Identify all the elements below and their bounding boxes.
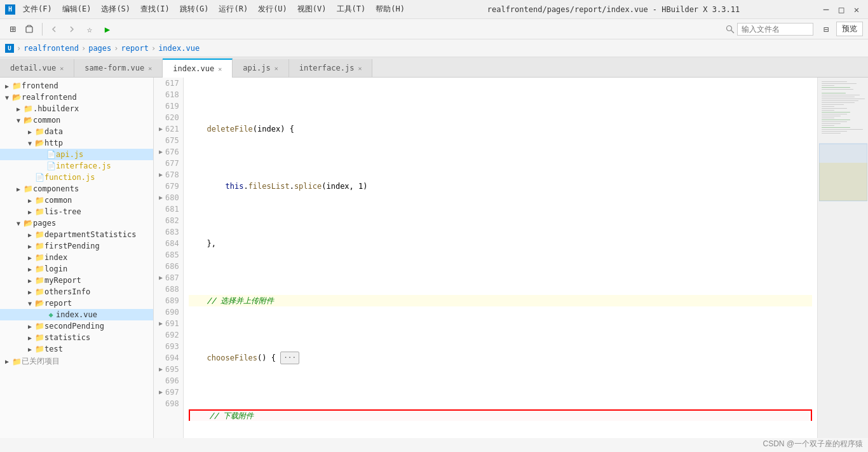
svg-rect-25 bbox=[822, 123, 841, 124]
line-num-694: 694 bbox=[156, 352, 179, 364]
menu-help[interactable]: 帮助(H) bbox=[373, 4, 407, 15]
tree-item-components[interactable]: ▶ 📁 components bbox=[0, 183, 153, 195]
menu-find[interactable]: 查找(I) bbox=[138, 4, 172, 15]
tree-item-login[interactable]: ▶ 📁 login bbox=[0, 263, 153, 275]
tree-item-statistics[interactable]: ▶ 📁 statistics bbox=[0, 332, 153, 343]
tree-label: common bbox=[44, 196, 72, 205]
tree-item-second-pending[interactable]: ▶ 📁 secondPending bbox=[0, 320, 153, 332]
tree-item-closed-projects[interactable]: ▶ 📁 已关闭项目 bbox=[0, 355, 153, 368]
bookmark-button[interactable]: ☆ bbox=[82, 22, 97, 37]
svg-rect-5 bbox=[822, 83, 857, 84]
tree-item-test[interactable]: ▶ 📁 test bbox=[0, 343, 153, 355]
tree-item-index[interactable]: ▶ 📁 index bbox=[0, 252, 153, 263]
open-file-button[interactable] bbox=[23, 22, 38, 37]
tree-item-data[interactable]: ▶ 📁 data bbox=[0, 126, 153, 137]
run-button[interactable]: ▶ bbox=[100, 22, 115, 37]
tree-item-interface-js[interactable]: 📄 interface.js bbox=[0, 160, 153, 172]
menu-publish[interactable]: 发行(U) bbox=[255, 4, 290, 15]
tree-label: departmentStatistics bbox=[44, 230, 137, 239]
filter-button[interactable]: ⊟ bbox=[818, 22, 834, 37]
tab-api-js[interactable]: api.js ✕ bbox=[233, 59, 288, 77]
fold-indicator[interactable]: ▶ bbox=[156, 169, 163, 181]
tree-item-api-js[interactable]: 📄 api.js bbox=[0, 149, 153, 160]
tab-close-icon[interactable]: ✕ bbox=[358, 65, 362, 72]
fold-indicator[interactable]: ▶ bbox=[156, 318, 163, 329]
folder-icon: 📁 bbox=[34, 264, 44, 273]
tab-index-vue[interactable]: index.vue ✕ bbox=[163, 58, 233, 78]
breadcrumb-pages[interactable]: pages bbox=[88, 44, 111, 53]
tree-item-index-vue[interactable]: ◆ index.vue bbox=[0, 309, 153, 320]
fold-indicator[interactable]: ▶ bbox=[156, 123, 163, 135]
close-button[interactable]: ✕ bbox=[850, 3, 863, 16]
menu-file[interactable]: 文件(F) bbox=[20, 4, 55, 15]
fold-indicator[interactable]: ▶ bbox=[156, 272, 163, 284]
tree-item-realfrontend[interactable]: ▼ 📂 realfrontend bbox=[0, 92, 153, 103]
tab-label: same-form.vue bbox=[85, 64, 144, 72]
tab-interface-js[interactable]: interface.js ✕ bbox=[289, 59, 373, 77]
svg-rect-15 bbox=[822, 104, 844, 105]
tree-item-common[interactable]: ▼ 📂 common bbox=[0, 114, 153, 126]
menu-select[interactable]: 选择(S) bbox=[98, 4, 133, 15]
editor-area: 617 618 619 620 ▶621 675 ▶676 677 ▶678 6… bbox=[154, 78, 868, 438]
line-num-684: 684 bbox=[156, 238, 179, 249]
tree-item-pages[interactable]: ▼ 📂 pages bbox=[0, 217, 153, 229]
forward-button[interactable] bbox=[64, 22, 79, 37]
line-num-685: 685 bbox=[156, 249, 179, 261]
breadcrumb-file[interactable]: index.vue bbox=[158, 44, 200, 53]
breadcrumb-realfrontend[interactable]: realfrontend bbox=[24, 44, 79, 53]
menu-edit[interactable]: 编辑(E) bbox=[60, 4, 94, 15]
breadcrumb-sep-1: › bbox=[17, 44, 21, 53]
fold-indicator[interactable]: ▶ bbox=[156, 387, 163, 398]
tab-detail-vue[interactable]: detail.vue ✕ bbox=[0, 59, 74, 77]
tree-label: frontend bbox=[22, 81, 58, 90]
tree-item-common-sub[interactable]: ▶ 📁 common bbox=[0, 195, 153, 206]
tree-item-http[interactable]: ▼ 📂 http bbox=[0, 137, 153, 149]
tab-close-icon[interactable]: ✕ bbox=[148, 65, 152, 72]
code-editor[interactable]: 617 618 619 620 ▶621 675 ▶676 677 ▶678 6… bbox=[154, 78, 868, 438]
line-num-688: 688 bbox=[156, 284, 179, 295]
tab-close-icon[interactable]: ✕ bbox=[60, 65, 64, 72]
preview-button[interactable]: 预览 bbox=[836, 22, 863, 36]
line-num-683: 683 bbox=[156, 226, 179, 238]
tab-same-form-vue[interactable]: same-form.vue ✕ bbox=[74, 59, 163, 77]
fold-indicator[interactable]: ▶ bbox=[156, 364, 163, 375]
back-button[interactable] bbox=[46, 22, 62, 37]
line-num-682: 682 bbox=[156, 215, 179, 226]
window-title: realfrontend/pages/report/index.vue - HB… bbox=[407, 5, 820, 14]
tree-label: index bbox=[44, 253, 67, 262]
menu-run[interactable]: 运行(R) bbox=[216, 4, 250, 15]
menu-view[interactable]: 视图(V) bbox=[295, 4, 329, 15]
tree-item-function-js[interactable]: 📄 function.js bbox=[0, 172, 153, 183]
tree-label: interface.js bbox=[56, 161, 111, 170]
breadcrumb-report[interactable]: report bbox=[121, 44, 149, 53]
tab-close-icon[interactable]: ✕ bbox=[275, 65, 278, 72]
menu-tools[interactable]: 工具(T) bbox=[334, 4, 369, 15]
tree-item-others-info[interactable]: ▶ 📁 othersInfo bbox=[0, 286, 153, 298]
svg-line-2 bbox=[731, 30, 735, 33]
tree-item-hbuilderx[interactable]: ▶ 📁 .hbuilderx bbox=[0, 103, 153, 114]
search-input[interactable] bbox=[737, 23, 813, 36]
folder-icon: 📁 bbox=[34, 345, 44, 353]
tree-arrow: ▶ bbox=[25, 128, 34, 135]
ellipsis-button[interactable]: ··· bbox=[280, 352, 299, 364]
tree-label: report bbox=[44, 299, 72, 308]
menu-jump[interactable]: 跳转(G) bbox=[177, 4, 212, 15]
minimize-button[interactable]: ─ bbox=[820, 3, 832, 16]
code-content[interactable]: deleteFile(index) { this.filesList.splic… bbox=[184, 78, 817, 438]
fold-indicator[interactable]: ▶ bbox=[156, 146, 163, 158]
tree-item-lis-tree[interactable]: ▶ 📁 lis-tree bbox=[0, 206, 153, 217]
tree-item-my-report[interactable]: ▶ 📁 myReport bbox=[0, 275, 153, 286]
tree-item-frontend[interactable]: ▶ 📁 frontend bbox=[0, 80, 153, 92]
tree-label: firstPending bbox=[44, 242, 100, 250]
tree-item-dept-stats[interactable]: ▶ 📁 departmentStatistics bbox=[0, 229, 153, 240]
new-file-button[interactable]: ⊞ bbox=[5, 22, 20, 37]
app-icon: H bbox=[5, 4, 15, 15]
tree-item-report[interactable]: ▼ 📂 report bbox=[0, 298, 153, 309]
tree-arrow: ▼ bbox=[25, 140, 34, 147]
vue-file-icon: ◆ bbox=[46, 310, 56, 319]
tab-close-icon[interactable]: ✕ bbox=[218, 65, 222, 72]
fold-indicator[interactable]: ▶ bbox=[156, 192, 163, 203]
tree-item-first-pending[interactable]: ▶ 📁 firstPending bbox=[0, 240, 153, 252]
tree-label: test bbox=[44, 345, 63, 353]
maximize-button[interactable]: □ bbox=[835, 3, 848, 16]
